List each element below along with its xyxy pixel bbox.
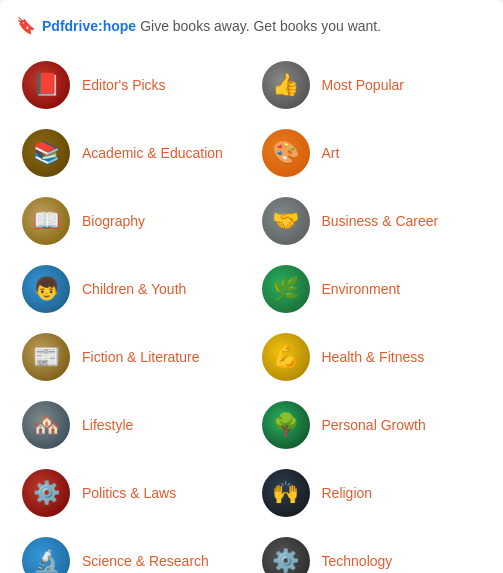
category-label-health-fitness: Health & Fitness [322, 348, 425, 366]
category-label-personal-growth: Personal Growth [322, 416, 426, 434]
category-thumb-academic-education: 📚 [22, 129, 70, 177]
category-thumb-editors-picks: 📕 [22, 61, 70, 109]
categories-grid: 📕Editor's Picks👍Most Popular📚Academic & … [16, 53, 487, 573]
category-thumb-children-youth: 👦 [22, 265, 70, 313]
category-label-biography: Biography [82, 212, 145, 230]
category-label-technology: Technology [322, 552, 393, 570]
category-thumb-personal-growth: 🌳 [262, 401, 310, 449]
category-item-most-popular[interactable]: 👍Most Popular [256, 53, 488, 117]
category-thumb-biography: 📖 [22, 197, 70, 245]
category-thumb-science-research: 🔬 [22, 537, 70, 573]
category-item-environment[interactable]: 🌿Environment [256, 257, 488, 321]
category-item-science-research[interactable]: 🔬Science & Research [16, 529, 248, 573]
category-label-academic-education: Academic & Education [82, 144, 223, 162]
category-label-environment: Environment [322, 280, 401, 298]
category-label-fiction-literature: Fiction & Literature [82, 348, 200, 366]
category-item-politics-laws[interactable]: ⚙️Politics & Laws [16, 461, 248, 525]
header-icon: 🔖 [16, 16, 36, 35]
category-label-children-youth: Children & Youth [82, 280, 186, 298]
category-thumb-health-fitness: 💪 [262, 333, 310, 381]
category-item-fiction-literature[interactable]: 📰Fiction & Literature [16, 325, 248, 389]
header-tagline: Give books away. Get books you want. [140, 18, 381, 34]
category-item-technology[interactable]: ⚙️Technology [256, 529, 488, 573]
main-container: 🔖 Pdfdrive:hope Give books away. Get boo… [0, 0, 503, 573]
category-thumb-environment: 🌿 [262, 265, 310, 313]
category-label-most-popular: Most Popular [322, 76, 404, 94]
category-item-health-fitness[interactable]: 💪Health & Fitness [256, 325, 488, 389]
category-thumb-technology: ⚙️ [262, 537, 310, 573]
category-thumb-politics-laws: ⚙️ [22, 469, 70, 517]
brand-name[interactable]: Pdfdrive:hope [42, 18, 136, 34]
category-label-politics-laws: Politics & Laws [82, 484, 176, 502]
category-item-editors-picks[interactable]: 📕Editor's Picks [16, 53, 248, 117]
category-item-business-career[interactable]: 🤝Business & Career [256, 189, 488, 253]
category-label-lifestyle: Lifestyle [82, 416, 133, 434]
category-item-lifestyle[interactable]: 🏘️Lifestyle [16, 393, 248, 457]
category-label-business-career: Business & Career [322, 212, 439, 230]
category-item-children-youth[interactable]: 👦Children & Youth [16, 257, 248, 321]
category-item-art[interactable]: 🎨Art [256, 121, 488, 185]
category-item-academic-education[interactable]: 📚Academic & Education [16, 121, 248, 185]
category-thumb-business-career: 🤝 [262, 197, 310, 245]
category-label-religion: Religion [322, 484, 373, 502]
category-label-science-research: Science & Research [82, 552, 209, 570]
category-label-editors-picks: Editor's Picks [82, 76, 166, 94]
category-thumb-lifestyle: 🏘️ [22, 401, 70, 449]
category-item-personal-growth[interactable]: 🌳Personal Growth [256, 393, 488, 457]
category-thumb-art: 🎨 [262, 129, 310, 177]
category-item-biography[interactable]: 📖Biography [16, 189, 248, 253]
category-item-religion[interactable]: 🙌Religion [256, 461, 488, 525]
category-label-art: Art [322, 144, 340, 162]
category-thumb-most-popular: 👍 [262, 61, 310, 109]
header: 🔖 Pdfdrive:hope Give books away. Get boo… [16, 16, 487, 35]
category-thumb-fiction-literature: 📰 [22, 333, 70, 381]
category-thumb-religion: 🙌 [262, 469, 310, 517]
